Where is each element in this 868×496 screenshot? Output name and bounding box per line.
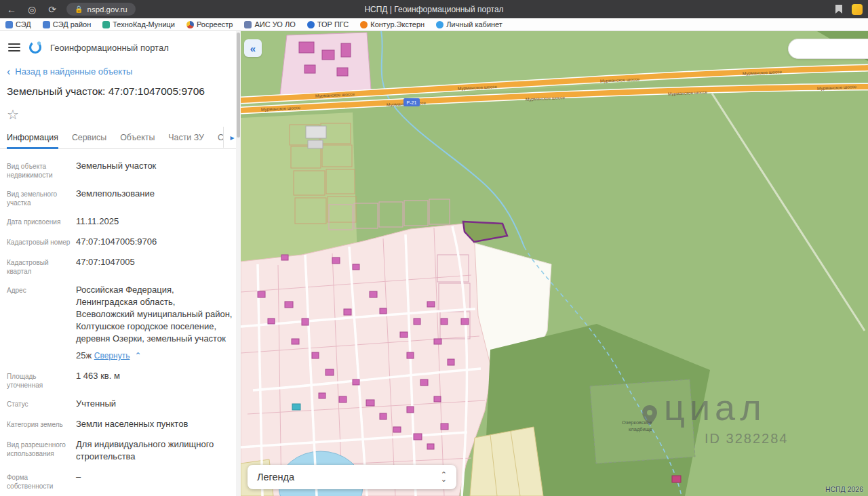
field-row: Дата присвоения 11.11.2025: [7, 215, 234, 228]
collapse-address-link[interactable]: Свернуть ⌃: [94, 350, 142, 362]
bookmark-favicon: [360, 21, 368, 28]
tab-bar: Информация Сервисы Объекты Части ЗУ Сост…: [0, 127, 241, 149]
tab-parts[interactable]: Части ЗУ: [168, 133, 204, 148]
bookmark-item[interactable]: Контур.Экстерн: [360, 20, 425, 28]
cemetery-label: Озерковское: [622, 419, 652, 426]
yellow-parcels: [470, 427, 543, 496]
gray-building: [306, 126, 326, 138]
site-info-icon[interactable]: ◎: [26, 4, 38, 15]
field-row: Статус Учтенный: [7, 398, 234, 410]
bookmark-favicon: [186, 21, 194, 28]
bookmark-item[interactable]: Росреестр: [186, 20, 233, 28]
bookmark-item[interactable]: ТехноКад-Муници: [102, 20, 175, 28]
page-title: Земельный участок: 47:07:1047005:9706: [7, 85, 234, 98]
url-text: nspd.gov.ru: [87, 5, 127, 14]
collapse-panel-button[interactable]: «: [244, 39, 262, 57]
bookmark-favicon: [43, 21, 50, 28]
field-row: Вид земельного участка Землепользование: [7, 188, 234, 207]
address-bar[interactable]: 🔒 nspd.gov.ru: [66, 3, 136, 16]
bookmark-item[interactable]: АИС УО ЛО: [244, 20, 295, 28]
field-row: Кадастровый номер 47:07:1047005:9706: [7, 236, 234, 248]
bookmark-item[interactable]: Личный кабинет: [436, 20, 502, 28]
cemetery-label: кладбище: [629, 426, 652, 432]
map-canvas: Озерковское кладбище: [241, 31, 868, 496]
bookmark-item[interactable]: СЭД район: [43, 20, 91, 28]
field-row: Вид разрешенного использования Для индив…: [7, 438, 234, 463]
route-badge: Р-21: [403, 98, 420, 106]
gray-building: [308, 140, 323, 148]
browser-chrome: ← ◎ ⟳ 🔒 nspd.gov.ru НСПД | Геоинформацио…: [0, 0, 868, 18]
reload-icon[interactable]: ⟳: [46, 4, 58, 15]
bookmark-favicon: [436, 21, 443, 28]
bookmark-favicon: [244, 21, 252, 28]
teal-building: [292, 404, 300, 410]
favorite-star-button[interactable]: ☆: [7, 106, 22, 123]
field-row: Форма собственности –: [7, 471, 234, 491]
bookmarks-bar: СЭД СЭД район ТехноКад-Муници Росреестр …: [0, 18, 868, 31]
back-icon[interactable]: ←: [5, 4, 18, 15]
map-copyright: НСПД 2026: [825, 485, 863, 493]
bookmark-item[interactable]: ТОР ПГС: [307, 20, 349, 28]
chevron-left-icon: ‹: [7, 68, 10, 76]
tab-information[interactable]: Информация: [7, 133, 58, 148]
tab-objects[interactable]: Объекты: [120, 133, 155, 148]
bookmark-favicon: [307, 21, 315, 28]
tab-services[interactable]: Сервисы: [72, 133, 106, 148]
red-building: [672, 476, 681, 482]
app-title: Геоинформационный портал: [50, 43, 169, 53]
legend-label: Легенда: [257, 472, 294, 482]
svg-text:Р-21: Р-21: [407, 100, 417, 105]
chevron-up-icon: ⌃: [134, 350, 141, 362]
page-tab-title: НСПД | Геоинформационный портал: [364, 5, 503, 14]
chevron-up-down-icon: ⌃⌄: [441, 472, 447, 482]
legend-toggle[interactable]: Легенда ⌃⌄: [248, 465, 456, 489]
field-row: Кадастровый квартал 47:07:1047005: [7, 256, 234, 276]
panel-scrollbar[interactable]: [236, 31, 241, 496]
object-info-panel: Геоинформационный портал ‹ Назад в найде…: [0, 31, 241, 496]
bookmark-item[interactable]: СЭД: [5, 20, 31, 28]
field-row: Площадь уточненная 1 463 кв. м: [7, 370, 234, 390]
browser-profile-icon[interactable]: [852, 4, 863, 15]
back-to-results-link[interactable]: ‹ Назад в найденные объекты: [7, 66, 234, 77]
menu-button[interactable]: [8, 43, 20, 51]
field-row-address: Адрес Российская Федерация, Ленинградска…: [7, 284, 234, 362]
field-row: Категория земель Земли населенных пункто…: [7, 418, 234, 430]
bookmark-favicon: [5, 21, 13, 28]
lock-icon: 🔒: [75, 5, 83, 13]
bookmark-icon[interactable]: [835, 5, 842, 14]
app-logo: [28, 41, 42, 54]
bookmark-favicon: [102, 21, 110, 28]
attribute-list: Вид объекта недвижимости Земельный участ…: [0, 149, 241, 496]
map-search-box[interactable]: [788, 39, 868, 59]
field-row: Вид объекта недвижимости Земельный участ…: [7, 160, 234, 180]
map[interactable]: Озерковское кладбище: [241, 31, 868, 496]
